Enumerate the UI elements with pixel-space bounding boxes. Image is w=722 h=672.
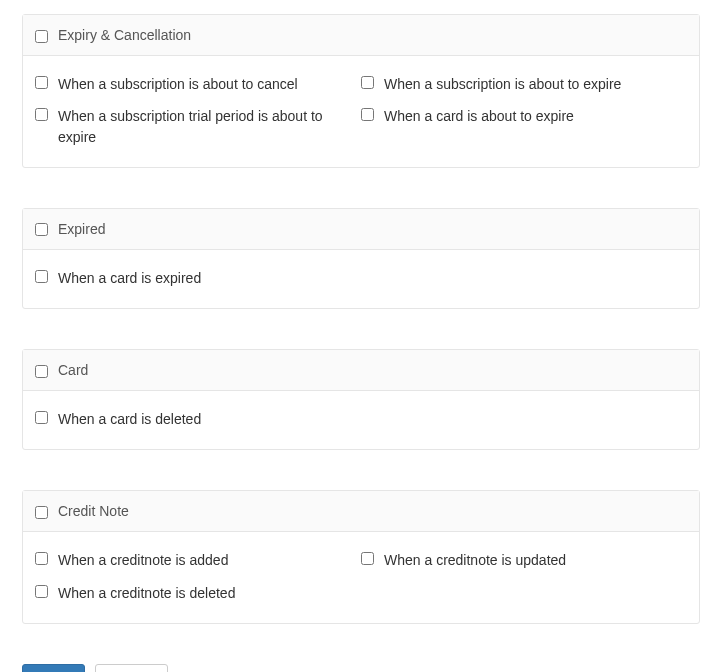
item-label: When a subscription trial period is abou… bbox=[58, 106, 361, 147]
section-header: Expired bbox=[23, 209, 699, 250]
item-card-about-expire: When a card is about to expire bbox=[361, 100, 687, 153]
item-creditnote-added: When a creditnote is added bbox=[35, 544, 361, 576]
section-checkbox-expired[interactable] bbox=[35, 223, 48, 236]
section-header: Credit Note bbox=[23, 491, 699, 532]
item-trial-about-expire: When a subscription trial period is abou… bbox=[35, 100, 361, 153]
action-bar: Save Cancel bbox=[22, 664, 700, 672]
checkbox-creditnote-deleted[interactable] bbox=[35, 585, 48, 598]
section-body: When a card is expired bbox=[23, 250, 699, 308]
section-title: Expired bbox=[58, 221, 105, 237]
item-card-deleted: When a card is deleted bbox=[35, 403, 687, 435]
item-label: When a subscription is about to expire bbox=[384, 74, 641, 94]
section-header: Card bbox=[23, 350, 699, 391]
section-checkbox-credit-note[interactable] bbox=[35, 506, 48, 519]
section-body: When a subscription is about to cancel W… bbox=[23, 56, 699, 167]
item-card-expired: When a card is expired bbox=[35, 262, 687, 294]
section-checkbox-expiry-cancellation[interactable] bbox=[35, 30, 48, 43]
item-subscription-about-expire: When a subscription is about to expire bbox=[361, 68, 687, 100]
checkbox-creditnote-added[interactable] bbox=[35, 552, 48, 565]
item-label: When a creditnote is added bbox=[58, 550, 248, 570]
item-label: When a creditnote is updated bbox=[384, 550, 586, 570]
item-subscription-about-cancel: When a subscription is about to cancel bbox=[35, 68, 361, 100]
section-expired: Expired When a card is expired bbox=[22, 208, 700, 309]
checkbox-card-expired[interactable] bbox=[35, 270, 48, 283]
item-creditnote-deleted: When a creditnote is deleted bbox=[35, 577, 361, 609]
item-label: When a subscription is about to cancel bbox=[58, 74, 318, 94]
section-credit-note: Credit Note When a creditnote is added W… bbox=[22, 490, 700, 624]
item-label: When a card is about to expire bbox=[384, 106, 594, 126]
checkbox-creditnote-updated[interactable] bbox=[361, 552, 374, 565]
section-checkbox-card[interactable] bbox=[35, 365, 48, 378]
section-body: When a card is deleted bbox=[23, 391, 699, 449]
checkbox-trial-about-expire[interactable] bbox=[35, 108, 48, 121]
section-body: When a creditnote is added When a credit… bbox=[23, 532, 699, 623]
checkbox-subscription-about-cancel[interactable] bbox=[35, 76, 48, 89]
section-card: Card When a card is deleted bbox=[22, 349, 700, 450]
save-button[interactable]: Save bbox=[22, 664, 85, 672]
checkbox-subscription-about-expire[interactable] bbox=[361, 76, 374, 89]
item-creditnote-updated: When a creditnote is updated bbox=[361, 544, 687, 576]
cancel-button[interactable]: Cancel bbox=[95, 664, 169, 672]
checkbox-card-deleted[interactable] bbox=[35, 411, 48, 424]
section-title: Credit Note bbox=[58, 503, 129, 519]
item-label: When a creditnote is deleted bbox=[58, 583, 255, 603]
item-label: When a card is expired bbox=[58, 268, 221, 288]
section-title: Card bbox=[58, 362, 88, 378]
checkbox-card-about-expire[interactable] bbox=[361, 108, 374, 121]
section-expiry-cancellation: Expiry & Cancellation When a subscriptio… bbox=[22, 14, 700, 168]
item-label: When a card is deleted bbox=[58, 409, 221, 429]
section-title: Expiry & Cancellation bbox=[58, 27, 191, 43]
section-header: Expiry & Cancellation bbox=[23, 15, 699, 56]
